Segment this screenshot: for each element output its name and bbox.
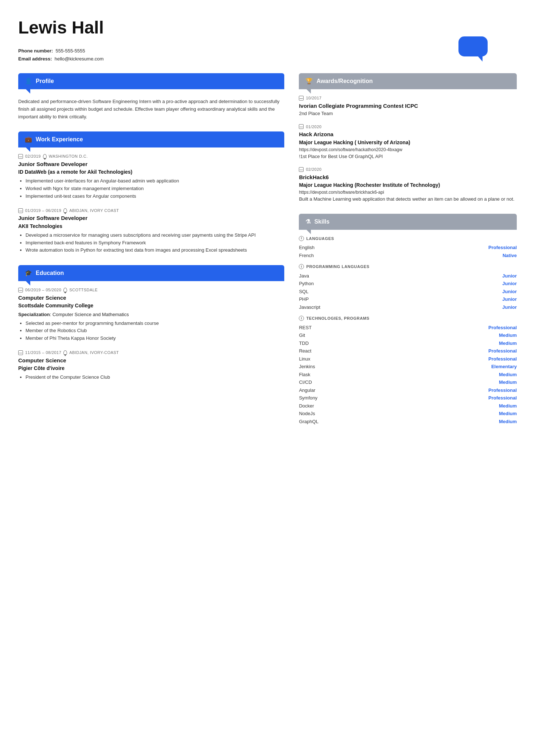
work-entry: 01/2019 – 06/2019 ABIDJAN, IVORY COAST J… (18, 208, 284, 254)
skills-header: ⚗ Skills (299, 214, 517, 230)
skill-level: Medium (499, 379, 517, 386)
location-icon (63, 288, 67, 292)
entry-meta: 10/2017 (299, 95, 517, 101)
entry-date: 11/2015 – 08/2017 (25, 350, 61, 356)
skill-name: Jenkins (299, 363, 315, 370)
skill-level: Medium (499, 418, 517, 425)
skill-level: Medium (499, 371, 517, 378)
phone-line: Phone number: 555-555-5555 (18, 47, 517, 55)
calendar-icon (299, 167, 304, 172)
skill-level: Professional (488, 387, 517, 394)
skill-row: Symfony Professional (299, 394, 517, 402)
awards-icon: 🏆 (305, 77, 313, 86)
skill-row: PHP Junior (299, 295, 517, 303)
skill-row: GraphQL Medium (299, 418, 517, 426)
entry-bullets: Implemented user-interfaces for an Angul… (18, 177, 284, 200)
email-label: Email address: (18, 56, 52, 62)
entry-title: Computer Science (18, 357, 284, 365)
location-icon (63, 208, 67, 213)
entry-org: Pigier Côte d'ivoire (18, 365, 284, 372)
skills-categories: i LANGUAGES English Professional French … (299, 236, 517, 426)
skill-name: GraphQL (299, 418, 318, 425)
work-experience-section: 💼 Work Experience 02/2019 WASHINGTON D.C… (18, 131, 284, 254)
calendar-icon (18, 208, 23, 213)
awards-entries: 10/2017 Ivorian Collegiate Programming C… (299, 95, 517, 203)
entry-bullets: President of the Computer Science Club (18, 374, 284, 381)
skills-section: ⚗ Skills i LANGUAGES English Professiona… (299, 214, 517, 426)
education-entry: 11/2015 – 08/2017 ABIDJAN, IVORY-COAST C… (18, 350, 284, 381)
award-entry: 10/2017 Ivorian Collegiate Programming C… (299, 95, 517, 117)
entry-title: Computer Science (18, 294, 284, 302)
skill-name: Java (299, 272, 309, 280)
award-date: 01/2020 (306, 124, 321, 130)
bullet-item: Selected as peer-mentor for programming … (26, 320, 284, 327)
skills-title: Skills (314, 217, 329, 226)
entry-location: ABIDJAN, IVORY COAST (69, 208, 119, 214)
skill-name: Python (299, 280, 313, 287)
award-org: Major League Hacking (Rochester Institut… (299, 181, 517, 189)
info-icon: i (299, 316, 304, 321)
work-experience-header: 💼 Work Experience (18, 131, 284, 147)
entry-specialization: Specialization: Computer Science and Mat… (18, 311, 284, 318)
skill-row: Jenkins Elementary (299, 363, 517, 371)
skills-category-label: i LANGUAGES (299, 236, 517, 242)
awards-header: 🏆 Awards/Recognition (299, 73, 517, 89)
bullet-item: Member of the Robotics Club (26, 327, 284, 335)
award-url: https://devpost.com/software/hackathon20… (299, 146, 517, 153)
education-entry: 06/2019 – 05/2020 SCOTTSDALE Computer Sc… (18, 287, 284, 342)
skill-name: TDD (299, 340, 309, 347)
entry-title: Junior Software Developer (18, 214, 284, 223)
education-section: 🎓 Education 06/2019 – 05/2020 SCOTTSDALE… (18, 265, 284, 381)
skill-name: REST (299, 324, 312, 331)
skills-category: i LANGUAGES English Professional French … (299, 236, 517, 260)
skill-row: React Professional (299, 347, 517, 355)
entry-org: AKII Technologies (18, 223, 284, 230)
award-date: 02/2020 (306, 166, 321, 173)
info-icon: i (299, 264, 304, 269)
skill-level: Professional (488, 394, 517, 402)
entry-title: Junior Software Developer (18, 160, 284, 169)
entry-meta: 02/2020 (299, 166, 517, 173)
phone-value: 555-555-5555 (56, 48, 85, 54)
entry-org: Scottsdale Community College (18, 302, 284, 310)
skill-name: CI/CD (299, 379, 312, 386)
entry-meta: 01/2020 (299, 124, 517, 130)
skill-name: SQL (299, 288, 308, 295)
skill-level: Professional (488, 244, 517, 251)
location-icon (43, 154, 47, 159)
skill-row: REST Professional (299, 324, 517, 332)
right-column: 🏆 Awards/Recognition 10/2017 Ivorian Col… (299, 73, 517, 436)
skill-level: Medium (499, 402, 517, 410)
skills-category-label: i PROGRAMMING LANGUAGES (299, 264, 517, 270)
work-experience-title: Work Experience (36, 135, 83, 144)
skill-row: Javascript Junior (299, 303, 517, 311)
skill-level: Professional (488, 347, 517, 355)
skill-row: French Native (299, 252, 517, 260)
award-desc: !1st Place for Best Use Of GraphQL API (299, 153, 517, 160)
skill-level: Junior (502, 288, 517, 295)
award-title: BrickHack6 (299, 173, 517, 182)
bullet-item: President of the Computer Science Club (26, 374, 284, 381)
skill-row: Angular Professional (299, 386, 517, 394)
profile-text: Dedicated and performance-driven Softwar… (18, 95, 284, 121)
left-column: 👤 Profile Dedicated and performance-driv… (18, 73, 284, 436)
bullet-item: Implemented back-end features in Symphon… (26, 239, 284, 247)
skill-level: Medium (499, 332, 517, 339)
skill-level: Professional (488, 324, 517, 331)
skill-name: Docker (299, 402, 314, 410)
work-icon: 💼 (25, 135, 32, 144)
entry-meta: 06/2019 – 05/2020 SCOTTSDALE (18, 287, 284, 293)
award-entry: 02/2020 BrickHack6 Major League Hacking … (299, 166, 517, 203)
skill-level: Junior (502, 296, 517, 303)
award-title: Hack Arizona (299, 130, 517, 139)
entry-meta: 11/2015 – 08/2017 ABIDJAN, IVORY-COAST (18, 350, 284, 356)
award-date: 10/2017 (306, 95, 321, 101)
skill-level: Professional (488, 355, 517, 363)
calendar-icon (18, 350, 23, 355)
skill-row: TDD Medium (299, 339, 517, 347)
resume-name: Lewis Hall (18, 15, 517, 41)
entry-location: WASHINGTON D.C. (49, 153, 88, 160)
location-icon (63, 350, 67, 355)
entry-bullets: Developed a microservice for managing us… (18, 232, 284, 254)
bullet-item: Implemented user-interfaces for an Angul… (26, 177, 284, 185)
